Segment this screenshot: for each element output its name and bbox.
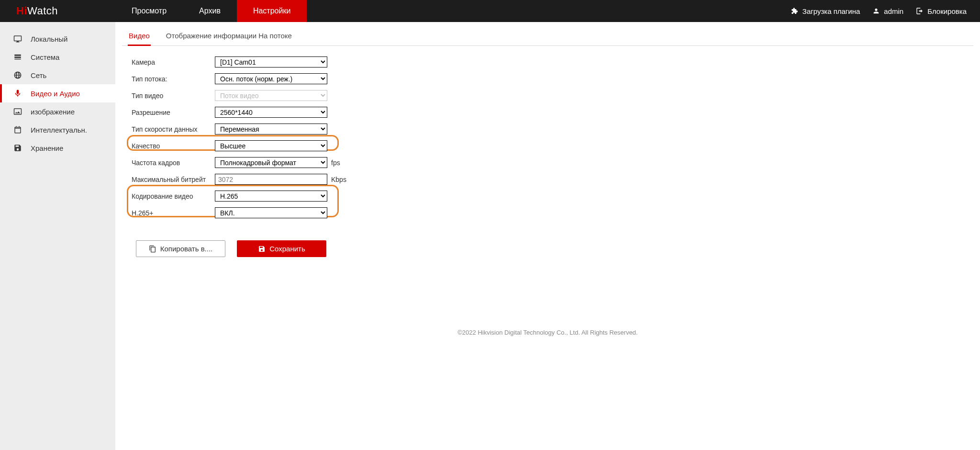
logo-watch: Watch — [27, 5, 58, 17]
plugin-icon — [791, 7, 799, 15]
row-bitrate-type: Тип скорости данных Переменная — [132, 121, 973, 137]
quality-select[interactable]: Высшее — [215, 140, 327, 151]
tab-stream-info-label: Отображение информации На потоке — [166, 32, 292, 40]
sidebar-item-label: Хранение — [31, 144, 63, 152]
tab-video[interactable]: Видео — [128, 27, 151, 46]
logo-hi: Hi — [16, 5, 27, 17]
encoding-select[interactable]: H.265 — [215, 191, 327, 202]
row-frame-rate: Частота кадров Полнокадровый формат fps — [132, 154, 973, 171]
save-icon — [258, 245, 266, 253]
mic-icon — [13, 89, 22, 98]
resolution-select[interactable]: 2560*1440 — [215, 107, 327, 118]
top-right: Загрузка плагина admin Блокировка — [791, 0, 980, 22]
label-frame-rate: Частота кадров — [132, 159, 215, 167]
tab-stream-info[interactable]: Отображение информации На потоке — [165, 27, 293, 45]
row-resolution: Разрешение 2560*1440 — [132, 104, 973, 121]
sidebar: Локальный Система Сеть Видео и Аудио изо… — [0, 22, 115, 450]
sidebar-item-system[interactable]: Система — [0, 48, 115, 66]
row-stream-type: Тип потока: Осн. поток (норм. реж.) — [132, 70, 973, 87]
video-form: Камера [D1] Cam01 Тип потока: Осн. поток… — [122, 54, 973, 257]
unit-fps: fps — [331, 159, 340, 167]
sidebar-item-storage[interactable]: Хранение — [0, 139, 115, 157]
sidebar-item-label: Интеллектуальн. — [31, 126, 87, 134]
copy-to-button[interactable]: Копировать в.... — [136, 240, 225, 257]
globe-icon — [13, 71, 22, 79]
sidebar-item-network[interactable]: Сеть — [0, 66, 115, 84]
topbar: HiWatch Просмотр Архив Настройки Загрузк… — [0, 0, 980, 22]
label-quality: Качество — [132, 142, 215, 150]
unit-kbps: Kbps — [331, 176, 346, 183]
brand-logo: HiWatch — [0, 0, 115, 22]
save-label: Сохранить — [269, 245, 305, 253]
max-bitrate-input[interactable] — [215, 174, 327, 185]
sidebar-item-video-audio[interactable]: Видео и Аудио — [0, 84, 115, 102]
sidebar-item-label: изображение — [31, 108, 75, 116]
nav-archive[interactable]: Архив — [183, 0, 237, 22]
page: Локальный Система Сеть Видео и Аудио изо… — [0, 22, 980, 450]
label-encoding: Кодирование видео — [132, 192, 215, 200]
h265plus-select[interactable]: ВКЛ. — [215, 207, 327, 218]
nav-settings[interactable]: Настройки — [237, 0, 307, 22]
monitor-icon — [13, 34, 22, 43]
copy-icon — [149, 245, 156, 253]
label-bitrate-type: Тип скорости данных — [132, 125, 215, 133]
floppy-icon — [13, 144, 22, 152]
form-actions: Копировать в.... Сохранить — [132, 240, 973, 257]
logout-icon — [916, 7, 924, 15]
save-button[interactable]: Сохранить — [237, 240, 326, 257]
plugin-label: Загрузка плагина — [802, 7, 860, 15]
footer-text: ©2022 Hikvision Digital Technology Co., … — [122, 329, 973, 346]
tab-video-label: Видео — [129, 32, 150, 40]
copy-to-label: Копировать в.... — [160, 245, 213, 253]
row-max-bitrate: Максимальный битрейт Kbps — [132, 171, 973, 188]
calendar-icon — [13, 125, 22, 134]
nav-preview-label: Просмотр — [132, 7, 167, 15]
user-account[interactable]: admin — [872, 7, 903, 15]
row-video-type: Тип видео Поток видео — [132, 87, 973, 104]
user-icon — [872, 7, 880, 15]
nav-archive-label: Архив — [199, 7, 221, 15]
sidebar-item-label: Система — [31, 53, 59, 61]
lock-label: Блокировка — [927, 7, 967, 15]
row-camera: Камера [D1] Cam01 — [132, 54, 973, 70]
user-label: admin — [884, 7, 903, 15]
camera-select[interactable]: [D1] Cam01 — [215, 56, 327, 68]
system-icon — [13, 53, 22, 61]
bitrate-type-select[interactable]: Переменная — [215, 124, 327, 135]
sidebar-item-local[interactable]: Локальный — [0, 30, 115, 48]
stream-type-select[interactable]: Осн. поток (норм. реж.) — [215, 73, 327, 84]
label-h265plus: H.265+ — [132, 209, 215, 217]
lock-button[interactable]: Блокировка — [916, 7, 967, 15]
row-h265plus: H.265+ ВКЛ. — [132, 204, 973, 221]
plugin-download[interactable]: Загрузка плагина — [791, 7, 860, 15]
label-camera: Камера — [132, 58, 215, 66]
label-max-bitrate: Максимальный битрейт — [132, 176, 215, 183]
sidebar-item-label: Локальный — [31, 35, 67, 43]
row-quality: Качество Высшее — [132, 137, 973, 154]
top-nav: Просмотр Архив Настройки — [115, 0, 307, 22]
frame-rate-select[interactable]: Полнокадровый формат — [215, 157, 327, 168]
image-icon — [13, 107, 22, 116]
sidebar-item-intelligent[interactable]: Интеллектуальн. — [0, 121, 115, 139]
subtabs: Видео Отображение информации На потоке — [122, 27, 973, 46]
label-stream-type: Тип потока: — [132, 75, 215, 83]
sidebar-item-image[interactable]: изображение — [0, 102, 115, 121]
sidebar-item-label: Сеть — [31, 71, 46, 79]
sidebar-item-label: Видео и Аудио — [31, 90, 80, 98]
nav-settings-label: Настройки — [253, 7, 290, 15]
video-type-select: Поток видео — [215, 90, 327, 101]
label-video-type: Тип видео — [132, 92, 215, 100]
label-resolution: Разрешение — [132, 109, 215, 116]
row-encoding: Кодирование видео H.265 — [132, 188, 973, 204]
highlight-encoding-wrap: Кодирование видео H.265 H.265+ ВКЛ. — [132, 188, 973, 221]
main-content: Видео Отображение информации На потоке К… — [115, 22, 980, 450]
nav-preview[interactable]: Просмотр — [115, 0, 183, 22]
